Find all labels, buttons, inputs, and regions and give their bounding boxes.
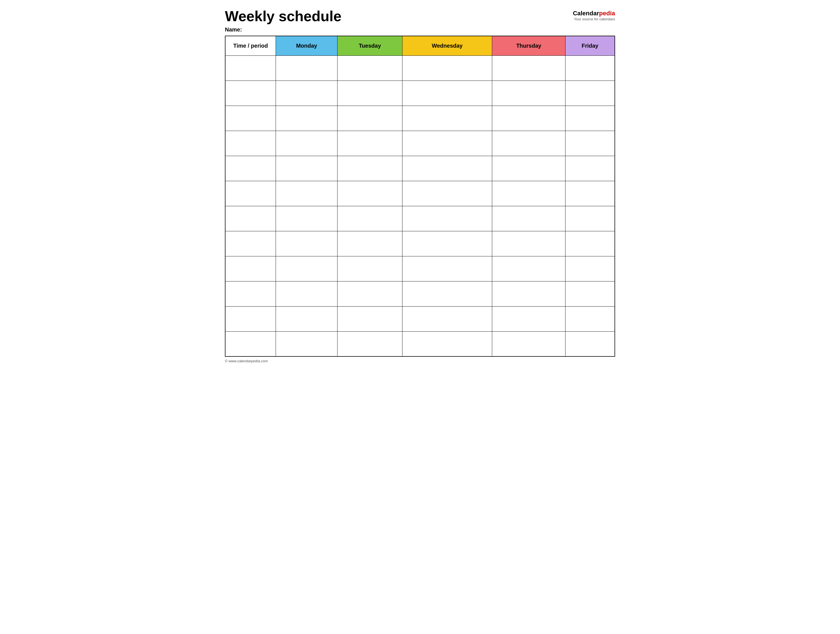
schedule-cell[interactable] (338, 331, 403, 356)
schedule-cell[interactable] (338, 55, 403, 80)
schedule-cell[interactable] (492, 80, 565, 106)
table-row (225, 106, 615, 131)
time-cell[interactable] (225, 181, 276, 206)
schedule-cell[interactable] (276, 181, 338, 206)
schedule-table: Time / period Monday Tuesday Wednesday T… (225, 36, 615, 357)
schedule-cell[interactable] (276, 55, 338, 80)
col-header-tuesday: Tuesday (338, 36, 403, 55)
title-area: Weekly schedule Name: (225, 8, 341, 33)
table-row (225, 206, 615, 231)
copyright-text: © www.calendarpedia.com (225, 359, 268, 363)
schedule-cell[interactable] (565, 331, 615, 356)
schedule-cell[interactable] (565, 181, 615, 206)
footer: © www.calendarpedia.com (225, 359, 615, 363)
schedule-body (225, 55, 615, 356)
schedule-cell[interactable] (492, 331, 565, 356)
time-cell[interactable] (225, 206, 276, 231)
schedule-cell[interactable] (402, 131, 492, 156)
schedule-cell[interactable] (338, 231, 403, 256)
schedule-cell[interactable] (276, 106, 338, 131)
schedule-cell[interactable] (565, 80, 615, 106)
schedule-cell[interactable] (492, 131, 565, 156)
schedule-cell[interactable] (276, 256, 338, 281)
schedule-cell[interactable] (492, 256, 565, 281)
col-header-monday: Monday (276, 36, 338, 55)
schedule-cell[interactable] (492, 281, 565, 306)
schedule-cell[interactable] (402, 80, 492, 106)
logo-text: Calendarpedia (573, 10, 615, 17)
schedule-cell[interactable] (565, 131, 615, 156)
schedule-cell[interactable] (276, 80, 338, 106)
schedule-cell[interactable] (492, 181, 565, 206)
schedule-cell[interactable] (338, 206, 403, 231)
logo-calendar: Calendar (573, 10, 599, 17)
header-section: Weekly schedule Name: Calendarpedia Your… (225, 8, 615, 33)
schedule-cell[interactable] (402, 206, 492, 231)
schedule-cell[interactable] (276, 306, 338, 331)
schedule-cell[interactable] (402, 106, 492, 131)
schedule-cell[interactable] (565, 206, 615, 231)
table-header-row: Time / period Monday Tuesday Wednesday T… (225, 36, 615, 55)
schedule-cell[interactable] (338, 306, 403, 331)
time-cell[interactable] (225, 256, 276, 281)
schedule-cell[interactable] (338, 106, 403, 131)
schedule-cell[interactable] (565, 55, 615, 80)
schedule-cell[interactable] (402, 181, 492, 206)
time-cell[interactable] (225, 281, 276, 306)
table-row (225, 181, 615, 206)
schedule-cell[interactable] (276, 281, 338, 306)
schedule-cell[interactable] (338, 281, 403, 306)
col-header-time: Time / period (225, 36, 276, 55)
schedule-cell[interactable] (402, 306, 492, 331)
schedule-cell[interactable] (276, 206, 338, 231)
time-cell[interactable] (225, 306, 276, 331)
schedule-cell[interactable] (276, 131, 338, 156)
schedule-cell[interactable] (338, 181, 403, 206)
schedule-cell[interactable] (338, 131, 403, 156)
schedule-cell[interactable] (565, 156, 615, 181)
schedule-cell[interactable] (402, 156, 492, 181)
logo-tagline: Your source for calendars (573, 17, 615, 21)
name-label: Name: (225, 27, 341, 33)
schedule-cell[interactable] (338, 256, 403, 281)
schedule-cell[interactable] (565, 231, 615, 256)
schedule-cell[interactable] (402, 55, 492, 80)
col-header-friday: Friday (565, 36, 615, 55)
time-cell[interactable] (225, 80, 276, 106)
time-cell[interactable] (225, 55, 276, 80)
schedule-cell[interactable] (402, 231, 492, 256)
schedule-cell[interactable] (565, 256, 615, 281)
time-cell[interactable] (225, 231, 276, 256)
schedule-cell[interactable] (565, 306, 615, 331)
page-wrapper: Weekly schedule Name: Calendarpedia Your… (225, 8, 615, 363)
table-row (225, 306, 615, 331)
schedule-cell[interactable] (276, 331, 338, 356)
schedule-cell[interactable] (492, 231, 565, 256)
schedule-cell[interactable] (565, 106, 615, 131)
table-row (225, 131, 615, 156)
page-title: Weekly schedule (225, 8, 341, 24)
time-cell[interactable] (225, 131, 276, 156)
schedule-cell[interactable] (276, 231, 338, 256)
schedule-cell[interactable] (492, 106, 565, 131)
schedule-cell[interactable] (492, 55, 565, 80)
logo-area: Calendarpedia Your source for calendars (573, 10, 615, 21)
time-cell[interactable] (225, 156, 276, 181)
schedule-cell[interactable] (492, 156, 565, 181)
schedule-cell[interactable] (402, 281, 492, 306)
schedule-cell[interactable] (492, 206, 565, 231)
table-row (225, 156, 615, 181)
schedule-cell[interactable] (492, 306, 565, 331)
schedule-cell[interactable] (338, 80, 403, 106)
schedule-cell[interactable] (402, 331, 492, 356)
table-row (225, 281, 615, 306)
table-row (225, 55, 615, 80)
schedule-cell[interactable] (338, 156, 403, 181)
schedule-cell[interactable] (276, 156, 338, 181)
table-row (225, 231, 615, 256)
schedule-cell[interactable] (402, 256, 492, 281)
time-cell[interactable] (225, 331, 276, 356)
schedule-cell[interactable] (565, 281, 615, 306)
logo-pedia: pedia (599, 10, 615, 17)
time-cell[interactable] (225, 106, 276, 131)
